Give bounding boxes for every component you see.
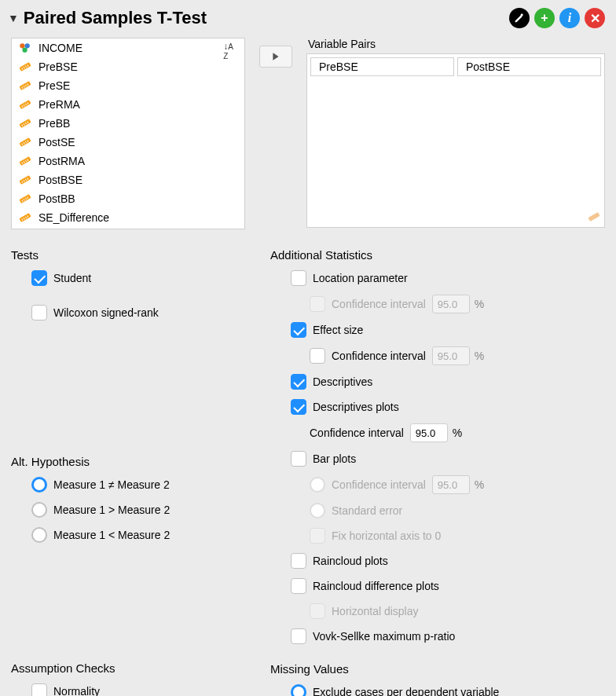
exclude-per-dependent-radio[interactable] xyxy=(291,684,306,696)
effect-ci-input xyxy=(432,346,470,365)
tests-title: Tests xyxy=(11,248,255,262)
variable-name: PreBSE xyxy=(38,60,78,73)
descplots-ci-label: Confidence interval xyxy=(310,427,404,439)
pct-label: % xyxy=(475,478,484,491)
exclude-per-dependent-label: Exclude cases per dependent variable xyxy=(313,686,499,696)
scale-icon xyxy=(18,135,32,149)
normality-label: Normality xyxy=(53,685,100,696)
raincloud-diff-label: Raincloud difference plots xyxy=(313,580,439,592)
pair-cell-b[interactable]: PostBSE xyxy=(457,57,601,76)
alt-gt-radio[interactable] xyxy=(31,502,47,518)
student-label: Student xyxy=(53,272,91,284)
variable-row[interactable]: PreSE xyxy=(12,76,244,95)
descplots-ci-input[interactable] xyxy=(410,423,448,442)
collapse-toggle-icon[interactable]: ▼ xyxy=(8,12,19,24)
barplots-se-radio xyxy=(310,503,325,518)
pct-label: % xyxy=(453,427,462,439)
barplots-se-label: Standard error xyxy=(332,504,402,517)
variable-name: PreBB xyxy=(38,117,70,130)
alt-lt-radio[interactable] xyxy=(31,527,47,543)
missing-values-title: Missing Values xyxy=(270,662,605,676)
info-button[interactable]: i xyxy=(559,8,580,28)
close-button[interactable]: ✕ xyxy=(585,8,605,28)
descriptives-label: Descriptives xyxy=(313,375,372,388)
barplots-fix0-checkbox xyxy=(310,528,325,544)
variable-name: INCOME xyxy=(38,42,82,54)
variable-name: PostRMA xyxy=(38,155,85,167)
pair-row[interactable]: PreBSEPostBSE xyxy=(310,57,601,76)
additional-statistics-title: Additional Statistics xyxy=(270,248,605,262)
wilcoxon-label: Wilcoxon signed-rank xyxy=(53,306,159,319)
variable-row[interactable]: PostBB xyxy=(12,189,244,208)
barplots-ci-label: Confidence interval xyxy=(332,478,426,491)
variable-row[interactable]: PreBSE xyxy=(12,57,244,76)
raincloud-plots-label: Raincloud plots xyxy=(313,555,388,567)
scale-icon xyxy=(18,154,32,168)
variable-row[interactable]: PostBSE xyxy=(12,170,244,189)
scale-icon xyxy=(18,211,32,225)
alt-gt-label: Measure 1 > Measure 2 xyxy=(53,504,170,516)
variable-row[interactable]: PreBB xyxy=(12,114,244,133)
assumption-checks-title: Assumption Checks xyxy=(11,661,255,675)
alt-lt-label: Measure 1 < Measure 2 xyxy=(53,529,170,541)
sort-button[interactable]: ↓AZ xyxy=(223,42,233,60)
location-ci-input xyxy=(432,295,470,313)
variable-name: PostSE xyxy=(38,136,75,148)
barplots-ci-input xyxy=(432,475,470,494)
variable-name: PreSE xyxy=(38,79,70,92)
descriptives-plots-checkbox[interactable] xyxy=(291,399,306,415)
bar-plots-checkbox[interactable] xyxy=(291,451,306,467)
scale-icon xyxy=(18,60,32,74)
assign-pair-button[interactable] xyxy=(259,46,292,68)
variable-name: PreRMA xyxy=(38,98,80,111)
raincloud-diff-checkbox[interactable] xyxy=(291,578,306,594)
effect-ci-checkbox[interactable] xyxy=(310,348,325,364)
descriptives-plots-label: Descriptives plots xyxy=(313,401,399,413)
pair-cell-a[interactable]: PreBSE xyxy=(310,57,454,76)
raincloud-horizontal-checkbox xyxy=(310,603,325,619)
edit-button[interactable] xyxy=(509,8,530,28)
variable-name: PostBB xyxy=(38,192,75,205)
scale-icon xyxy=(18,173,32,187)
effect-ci-label: Confidence interval xyxy=(332,350,426,362)
nominal-icon xyxy=(18,41,32,55)
variable-row[interactable]: SE_Difference xyxy=(12,208,244,227)
location-ci-checkbox xyxy=(310,296,325,312)
pct-label: % xyxy=(475,298,484,310)
bar-plots-label: Bar plots xyxy=(313,452,356,465)
scale-icon xyxy=(18,192,32,206)
variable-list[interactable]: ↓AZ INCOMEPreBSEPreSEPreRMAPreBBPostSEPo… xyxy=(11,38,245,229)
variable-pairs-label: Variable Pairs xyxy=(306,38,605,50)
raincloud-plots-checkbox[interactable] xyxy=(291,553,306,569)
variable-row[interactable]: PostSE xyxy=(12,133,244,152)
barplots-fix0-label: Fix horizontal axis to 0 xyxy=(332,529,441,542)
alt-hypothesis-title: Alt. Hypothesis xyxy=(11,455,255,468)
descriptives-checkbox[interactable] xyxy=(291,374,306,390)
alt-neq-radio[interactable] xyxy=(31,477,47,493)
pencil-icon xyxy=(513,12,526,24)
location-parameter-checkbox[interactable] xyxy=(291,270,306,286)
alt-neq-label: Measure 1 ≠ Measure 2 xyxy=(53,478,170,491)
location-ci-label: Confidence interval xyxy=(332,298,426,310)
panel-title: Paired Samples T-Test xyxy=(24,8,509,28)
wilcoxon-checkbox[interactable] xyxy=(31,305,47,321)
vovk-sellke-label: Vovk-Sellke maximum p-ratio xyxy=(313,630,455,643)
variable-name: PostBSE xyxy=(38,174,82,186)
variable-row[interactable]: PostRMA xyxy=(12,152,244,170)
effect-size-label: Effect size xyxy=(313,324,363,336)
student-checkbox[interactable] xyxy=(31,270,47,286)
location-parameter-label: Location parameter xyxy=(313,272,408,284)
pct-label: % xyxy=(475,350,484,362)
arrow-right-icon xyxy=(271,52,280,61)
scale-icon xyxy=(18,97,32,112)
add-button[interactable]: + xyxy=(534,8,555,28)
variable-pairs-box[interactable]: PreBSEPostBSE xyxy=(306,53,605,228)
barplots-ci-radio xyxy=(310,477,325,493)
effect-size-checkbox[interactable] xyxy=(291,322,306,338)
normality-checkbox[interactable] xyxy=(31,683,47,696)
scale-icon xyxy=(18,116,32,130)
vovk-sellke-checkbox[interactable] xyxy=(291,628,306,644)
variable-name: SE_Difference xyxy=(38,211,109,224)
variable-row[interactable]: INCOME xyxy=(12,38,244,57)
variable-row[interactable]: PreRMA xyxy=(12,95,244,114)
